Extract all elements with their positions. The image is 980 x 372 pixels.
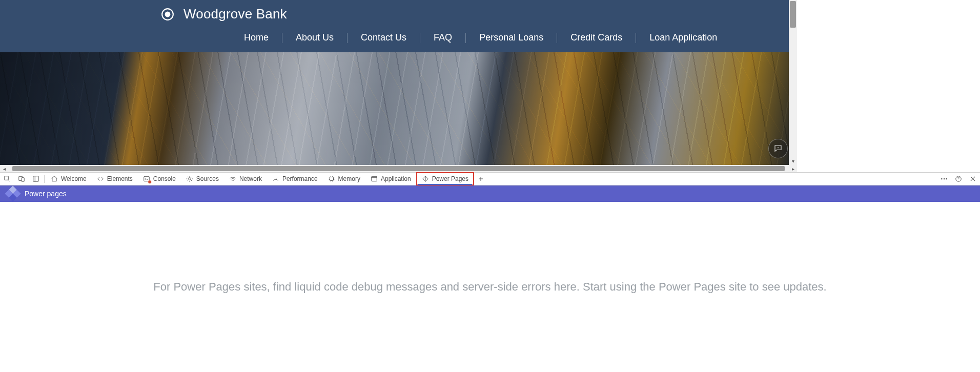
nav-home[interactable]: Home — [231, 32, 282, 43]
power-pages-empty-state: For Power Pages sites, find liquid code … — [0, 202, 980, 372]
tab-label: Network — [239, 175, 262, 182]
more-options-icon[interactable]: ⋯ — [937, 173, 951, 185]
tab-label: Elements — [107, 175, 133, 182]
tab-elements[interactable]: Elements — [92, 173, 138, 185]
console-warning-dot-icon — [148, 180, 152, 184]
add-tab-button[interactable] — [474, 173, 487, 185]
tab-label: Memory — [338, 175, 360, 182]
svg-rect-8 — [330, 177, 333, 181]
tab-performance[interactable]: Performance — [267, 173, 323, 185]
tab-label: Console — [153, 175, 176, 182]
tab-application[interactable]: Application — [365, 173, 416, 185]
activity-bar-icon[interactable] — [29, 173, 43, 185]
scroll-right-button[interactable]: ▸ — [789, 165, 797, 172]
devtools: Welcome Elements Console Sources Network… — [0, 172, 980, 372]
tab-welcome[interactable]: Welcome — [46, 173, 92, 185]
svg-point-1 — [165, 11, 171, 17]
site-header: Woodgrove Bank Home About Us Contact Us … — [0, 0, 797, 52]
help-icon[interactable] — [951, 173, 966, 185]
nav-loan-application[interactable]: Loan Application — [636, 32, 730, 43]
nav-personal-loans[interactable]: Personal Loans — [466, 32, 557, 43]
scrollbar-thumb[interactable] — [790, 1, 796, 28]
devtools-tab-bar: Welcome Elements Console Sources Network… — [0, 173, 980, 185]
page-content: Woodgrove Bank Home About Us Contact Us … — [0, 0, 797, 165]
power-pages-logo-icon — [5, 185, 21, 201]
panel-title: Power pages — [25, 190, 67, 198]
scroll-down-button[interactable]: ▾ — [789, 157, 797, 165]
scroll-left-button[interactable]: ◂ — [0, 165, 8, 172]
svg-rect-4 — [22, 178, 24, 182]
tab-sources[interactable]: Sources — [181, 173, 224, 185]
tab-power-pages[interactable]: Power Pages — [416, 172, 474, 185]
tab-label: Application — [381, 175, 411, 182]
svg-point-7 — [189, 178, 191, 180]
brand-logo-icon — [161, 8, 174, 21]
inspect-icon[interactable] — [0, 173, 14, 185]
nav-credit-cards[interactable]: Credit Cards — [557, 32, 636, 43]
tab-console[interactable]: Console — [138, 173, 181, 185]
svg-rect-5 — [33, 176, 39, 182]
empty-state-text: For Power Pages sites, find liquid code … — [153, 280, 826, 294]
svg-rect-9 — [372, 176, 377, 181]
chat-fab-button[interactable] — [768, 139, 788, 158]
content-horizontal-scrollbar[interactable]: ◂ ▸ — [0, 165, 797, 172]
scrollbar-thumb[interactable] — [12, 166, 785, 171]
tab-memory[interactable]: Memory — [323, 173, 365, 185]
hero-image — [0, 52, 797, 165]
tab-label: Performance — [282, 175, 318, 182]
primary-nav: Home About Us Contact Us FAQ Personal Lo… — [0, 28, 797, 52]
nav-faq[interactable]: FAQ — [420, 32, 465, 43]
tab-network[interactable]: Network — [224, 173, 267, 185]
nav-about-us[interactable]: About Us — [282, 32, 347, 43]
brand-name: Woodgrove Bank — [183, 6, 287, 22]
device-toolbar-icon[interactable] — [14, 173, 29, 185]
content-vertical-scrollbar[interactable]: ▾ — [789, 0, 797, 165]
tab-label: Sources — [196, 175, 219, 182]
close-devtools-button[interactable] — [966, 173, 980, 185]
nav-contact-us[interactable]: Contact Us — [348, 32, 420, 43]
power-pages-panel-header: Power pages — [0, 185, 980, 202]
tab-label: Welcome — [61, 175, 87, 182]
tab-label: Power Pages — [432, 175, 468, 182]
